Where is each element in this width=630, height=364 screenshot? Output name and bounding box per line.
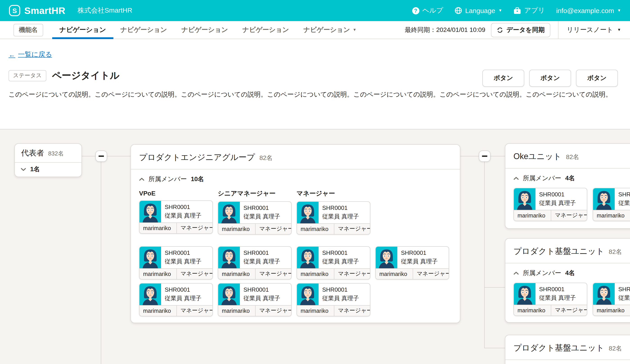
employee-code: SHR0001 <box>244 249 280 256</box>
apps-label: アプリ <box>524 6 545 15</box>
employee-card[interactable]: SHR0001 従業員 真理子 marimariko マネージャー <box>139 246 213 280</box>
release-notes-menu[interactable]: リリースノート ▼ <box>559 26 630 34</box>
help-icon: ? <box>412 7 419 14</box>
status-badge: ステータス <box>8 70 46 81</box>
chevron-up-icon <box>514 177 519 180</box>
members-count: 4名 <box>565 174 575 182</box>
action-button-3[interactable]: ボタン <box>576 70 618 87</box>
employee-code: SHR0001 <box>165 203 202 210</box>
employee-card[interactable]: SHR0001 従業員 真理子 marimariko マネージャー <box>139 283 213 316</box>
account-menu[interactable]: info@example.com ▼ <box>556 7 621 14</box>
employee-card[interactable]: SHR0001 従業員 真理子 marimariko マネージャー <box>593 188 630 221</box>
employee-role: マネージャー <box>256 306 291 316</box>
employee-username: marimariko <box>297 224 334 234</box>
collapse-node-button[interactable] <box>96 151 107 162</box>
org-node-body: 所属メンバー 4名 SHR0001 従業員 真理子 <box>505 263 630 323</box>
connector-line <box>460 156 479 156</box>
employee-username: marimariko <box>218 306 256 316</box>
language-menu[interactable]: Language ▼ <box>454 7 502 14</box>
member-grid: SHR0001 従業員 真理子 marimariko マネージャー <box>139 246 451 316</box>
employee-avatar <box>140 284 161 305</box>
employee-card-top: SHR0001 従業員 真理子 <box>297 284 370 305</box>
employee-username: marimariko <box>218 224 256 234</box>
employee-card[interactable]: SHR0001 従業員 真理子 marimariko マネージャー <box>514 283 587 316</box>
employee-username: marimariko <box>514 305 551 316</box>
employee-card[interactable]: SHR0001 従業員 真理子 marimariko マネージャー <box>218 283 292 316</box>
employee-card[interactable]: SHR0001 従業員 真理子 marimariko マネージャー <box>593 283 630 316</box>
role-title: VPoE <box>139 190 213 197</box>
employee-username: marimariko <box>514 210 551 221</box>
employee-username: marimariko <box>376 269 413 279</box>
members-toggle[interactable]: 所属メンバー 4名 <box>514 269 630 277</box>
employee-username: marimariko <box>218 269 256 279</box>
employee-meta: SHR0001 従業員 真理子 <box>161 247 205 268</box>
members-toggle[interactable]: 所属メンバー 10名 <box>139 175 452 183</box>
employee-code: SHR0001 <box>618 191 630 198</box>
employee-code: SHR0001 <box>165 286 202 293</box>
org-node-root: 代表者 832名 1名 <box>14 143 82 177</box>
employee-card-top: SHR0001 従業員 真理子 <box>593 283 630 305</box>
employee-card[interactable]: SHR0001 従業員 真理子 marimariko マネージャー <box>218 246 292 280</box>
employee-role: マネージャー <box>177 269 212 279</box>
org-node-count: 82名 <box>609 248 622 256</box>
employee-avatar <box>297 284 318 305</box>
employee-card-top: SHR0001 従業員 真理子 <box>140 247 212 268</box>
employee-name: 従業員 真理子 <box>244 294 280 302</box>
employee-card[interactable]: SHR0001 従業員 真理子 marimariko マネージャー <box>296 246 370 280</box>
employee-name: 従業員 真理子 <box>539 294 576 302</box>
action-button-2[interactable]: ボタン <box>529 70 571 87</box>
employee-card[interactable]: SHR0001 従業員 真理子 marimariko マネージャー <box>296 201 370 235</box>
employee-card[interactable]: SHR0001 従業員 真理子 marimariko マネージャー <box>139 200 213 234</box>
connector-line <box>484 162 485 348</box>
connector-line <box>107 156 130 156</box>
nav-tab-1[interactable]: ナビゲーション <box>52 21 113 39</box>
members-toggle[interactable]: 1名 <box>15 162 82 177</box>
employee-card-top: SHR0001 従業員 真理子 <box>140 284 212 305</box>
employee-avatar <box>514 283 536 305</box>
employee-name: 従業員 真理子 <box>244 212 280 221</box>
employee-code: SHR0001 <box>401 249 438 256</box>
employee-card[interactable]: SHR0001 従業員 真理子 marimariko マネージャー <box>296 283 370 316</box>
org-node-title-row: プロダクト基盤ユニット 82名 <box>505 335 630 360</box>
collapse-node-button[interactable] <box>479 151 490 162</box>
members-count: 10名 <box>191 175 204 183</box>
employee-code: SHR0001 <box>322 204 359 211</box>
employee-card-footer: marimariko マネージャー <box>140 222 212 233</box>
connector-line <box>490 156 505 156</box>
nav-tab-4[interactable]: ナビゲーション <box>235 21 296 39</box>
sync-data-button[interactable]: データを同期 <box>491 23 550 37</box>
org-node-count: 82名 <box>609 345 622 353</box>
smarthr-logo[interactable]: S SmartHR <box>9 5 66 16</box>
employee-role: マネージャー <box>177 223 212 233</box>
help-label: ヘルプ <box>422 6 443 15</box>
employee-role: マネージャー <box>551 305 587 316</box>
nav-tab-5[interactable]: ナビゲーション▼ <box>296 21 364 39</box>
employee-role: マネージャー <box>334 269 370 279</box>
members-toggle[interactable]: 所属メンバー 4名 <box>514 174 630 182</box>
employee-card[interactable]: SHR0001 従業員 真理子 marimariko マネージャー <box>218 201 292 235</box>
help-menu[interactable]: ? ヘルプ <box>412 6 443 15</box>
employee-card-top: SHR0001 従業員 真理子 <box>218 202 291 223</box>
nav-tabs: ナビゲーション ナビゲーション ナビゲーション ナビゲーション ナビゲーション▼ <box>52 21 364 39</box>
employee-avatar <box>593 283 615 305</box>
app-header: S SmartHR 株式会社SmartHR ? ヘルプ Language ▼ <box>0 0 630 21</box>
chevron-down-icon <box>21 168 26 171</box>
employee-avatar <box>297 247 318 268</box>
nav-tab-2[interactable]: ナビゲーション <box>113 21 174 39</box>
release-notes-label: リリースノート <box>567 26 613 34</box>
back-to-list-link[interactable]: ← 一覧に戻る <box>8 50 52 59</box>
role-sections: VPoE SHR0001 従業員 真理子 <box>139 190 452 235</box>
employee-role: マネージャー <box>256 224 291 234</box>
employee-card[interactable]: SHR0001 従業員 真理子 marimariko マネージャー <box>514 188 587 221</box>
app-header-actions: ? ヘルプ Language ▼ アプリ <box>412 6 621 15</box>
employee-name: 従業員 真理子 <box>322 212 359 221</box>
application-window: S SmartHR 株式会社SmartHR ? ヘルプ Language ▼ <box>0 0 630 364</box>
employee-code: SHR0001 <box>618 286 630 293</box>
employee-role: マネージャー <box>551 210 587 221</box>
apps-menu[interactable]: アプリ <box>514 6 545 15</box>
chevron-down-icon: ▼ <box>617 28 621 32</box>
action-button-1[interactable]: ボタン <box>482 70 524 87</box>
employee-avatar <box>593 188 615 210</box>
employee-card[interactable]: SHR0001 従業員 真理子 marimariko マネージャー <box>375 246 449 280</box>
nav-tab-3[interactable]: ナビゲーション <box>174 21 235 39</box>
